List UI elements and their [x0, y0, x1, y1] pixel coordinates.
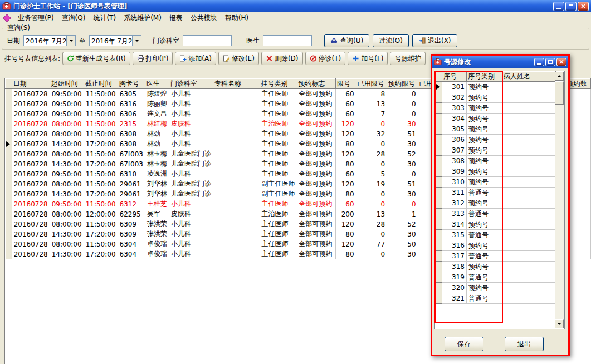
window-title: 门诊护士工作站 - [门诊医师号表管理]: [13, 2, 552, 11]
column-header[interactable]: 序号类别: [467, 72, 502, 82]
dept-input[interactable]: [183, 35, 232, 46]
cell: 预约号: [467, 82, 502, 92]
scroll-down-button[interactable]: [555, 319, 564, 328]
table-row[interactable]: 307预约号: [436, 145, 556, 156]
menu-item[interactable]: 系统维护(M): [120, 13, 165, 23]
menu-item[interactable]: 公共模块: [187, 13, 221, 23]
save-button[interactable]: 保存: [445, 337, 483, 351]
delete-button[interactable]: 删除(D): [261, 52, 303, 65]
edit-button[interactable]: 修改(E): [218, 52, 259, 65]
table-row[interactable]: 308预约号: [436, 156, 556, 166]
scroll-up-button[interactable]: [555, 72, 564, 81]
cell: 08:00:00: [50, 239, 84, 249]
cell: 11:50:00: [84, 179, 118, 189]
row-indicator: [6, 179, 12, 189]
dialog-titlebar[interactable]: 号源修改 ×: [432, 56, 568, 68]
dialog-maximize-button[interactable]: [545, 58, 555, 66]
column-header[interactable]: 胸卡号: [118, 79, 145, 89]
table-row[interactable]: 309预约号: [436, 166, 556, 177]
close-button[interactable]: ×: [578, 2, 589, 11]
cell: 321: [442, 293, 467, 304]
date-to-combo[interactable]: 2016年 7月28日: [89, 35, 141, 46]
dialog-exit-label: 退出: [517, 340, 531, 349]
column-header[interactable]: 专科名称: [213, 79, 260, 89]
query-search-button[interactable]: 查询(U): [324, 34, 369, 47]
column-header[interactable]: 序号: [442, 72, 467, 82]
column-header[interactable]: 截止时间: [84, 79, 118, 89]
table-row[interactable]: 301预约号: [436, 82, 556, 92]
table-row[interactable]: 303预约号: [436, 103, 556, 114]
table-row[interactable]: 305预约号: [436, 124, 556, 135]
query-exit-button[interactable]: 退出(X): [412, 34, 457, 47]
menu-item[interactable]: 业务管理(P): [14, 13, 58, 23]
menu-items: 业务管理(P)查询(Q)统计(T)系统维护(M)报表公共模块帮助(H): [14, 13, 252, 23]
scrollbar-thumb[interactable]: [555, 81, 564, 105]
table-row[interactable]: 311普通号: [436, 188, 556, 198]
table-row[interactable]: 319普通号: [436, 272, 556, 283]
column-header[interactable]: 起始时间: [50, 79, 84, 89]
cell: 主任医师: [260, 129, 297, 139]
table-row[interactable]: 306预约号: [436, 135, 556, 145]
table-row[interactable]: 314预约号: [436, 219, 556, 230]
table-row[interactable]: 316预约号: [436, 240, 556, 251]
source-maintain-button[interactable]: 号源维护: [390, 52, 426, 65]
table-row[interactable]: 315普通号: [436, 230, 556, 240]
column-header[interactable]: 门诊科室: [169, 79, 213, 89]
chevron-down-icon[interactable]: [132, 36, 141, 46]
cell: 副主任医师: [260, 179, 297, 189]
cell: 预约号: [467, 219, 502, 230]
cell: [213, 229, 260, 239]
addnumber-button[interactable]: 加号(F): [348, 52, 388, 65]
query-exit-label: 退出(X): [428, 36, 451, 46]
regenerate-button[interactable]: 重新生成号表(R): [62, 52, 130, 65]
column-header[interactable]: 医生: [145, 79, 169, 89]
row-indicator: [6, 149, 12, 159]
query-filter-button[interactable]: 过滤(O): [373, 34, 409, 47]
cell: 主任医师: [260, 169, 297, 179]
doctor-input[interactable]: [263, 35, 312, 46]
table-row[interactable]: 313普通号: [436, 209, 556, 219]
column-header[interactable]: 限号: [336, 79, 356, 89]
cell: 20160728: [12, 129, 50, 139]
row-indicator: [436, 240, 442, 251]
table-row[interactable]: 312预约号: [436, 198, 556, 209]
cell: 普通号: [467, 293, 502, 304]
column-header[interactable]: 病人姓名: [502, 72, 556, 82]
menu-item[interactable]: 帮助(H): [221, 13, 252, 23]
print-button[interactable]: 打印(P): [133, 52, 173, 65]
table-row[interactable]: 310预约号: [436, 177, 556, 188]
cell: 全部可预约: [297, 249, 335, 259]
table-row[interactable]: 304预约号: [436, 114, 556, 124]
menu-item[interactable]: 统计(T): [89, 13, 120, 23]
table-row[interactable]: 317普通号: [436, 251, 556, 262]
table-row[interactable]: 302预约号: [436, 92, 556, 103]
cell: [213, 219, 260, 229]
chevron-down-icon[interactable]: [66, 36, 75, 46]
window-titlebar[interactable]: 门诊护士工作站 - [门诊医师号表管理] ×: [0, 0, 591, 12]
cell: 20160728: [12, 209, 50, 219]
cell: 全部可预约: [297, 229, 335, 239]
table-row[interactable]: 320预约号: [436, 283, 556, 293]
dialog-exit-button[interactable]: 退出: [505, 337, 544, 351]
delete-icon: [266, 55, 273, 62]
date-from-combo[interactable]: 2016年 7月28日: [23, 35, 76, 46]
menu-item[interactable]: 报表: [165, 13, 187, 23]
dialog-close-button[interactable]: ×: [556, 58, 566, 66]
stop-button[interactable]: 停诊(T): [305, 52, 346, 65]
table-row[interactable]: 318预约号: [436, 262, 556, 272]
row-indicator: [436, 135, 442, 145]
column-header[interactable]: 挂号类别: [260, 79, 297, 89]
minimize-icon: [537, 63, 541, 65]
column-header[interactable]: 日期: [12, 79, 50, 89]
column-header[interactable]: 预约限号: [387, 79, 418, 89]
dialog-minimize-button[interactable]: [534, 58, 544, 66]
row-indicator: [6, 139, 12, 149]
column-header[interactable]: 已用限号: [356, 79, 387, 89]
add-button[interactable]: 添加(A): [175, 52, 216, 65]
menu-item[interactable]: 查询(Q): [58, 13, 90, 23]
restore-button[interactable]: [565, 2, 577, 11]
vertical-scrollbar[interactable]: [555, 72, 564, 328]
minimize-button[interactable]: [553, 2, 564, 11]
column-header[interactable]: 预约标志: [297, 79, 335, 89]
table-row[interactable]: 321普通号: [436, 293, 556, 304]
